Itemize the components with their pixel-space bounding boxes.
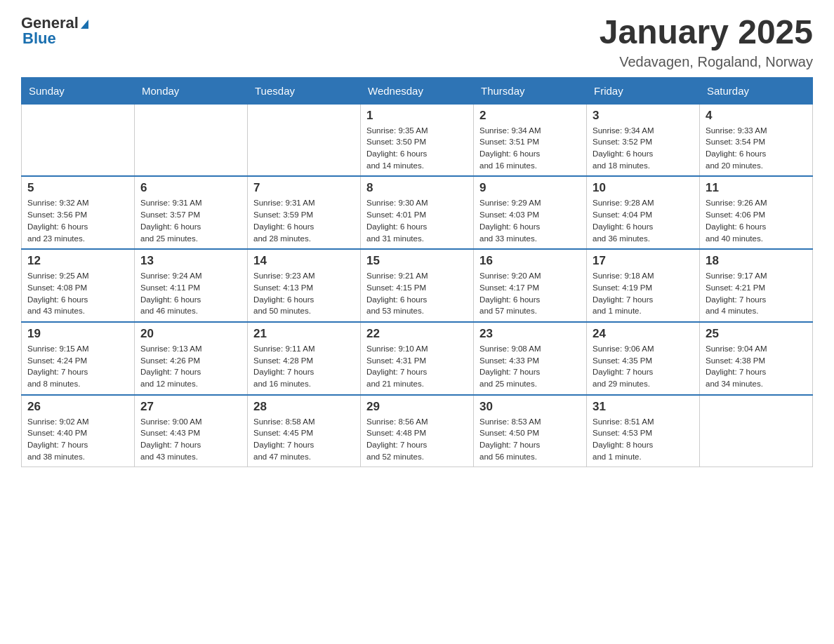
calendar-header-friday: Friday (587, 77, 700, 104)
title-section: January 2025 Vedavagen, Rogaland, Norway (600, 14, 813, 70)
day-number: 8 (366, 181, 468, 195)
calendar-cell: 21Sunrise: 9:11 AMSunset: 4:28 PMDayligh… (248, 322, 361, 395)
calendar-cell: 25Sunrise: 9:04 AMSunset: 4:38 PMDayligh… (700, 322, 813, 395)
calendar-week-row: 12Sunrise: 9:25 AMSunset: 4:08 PMDayligh… (22, 249, 813, 322)
day-info: Sunrise: 9:10 AMSunset: 4:31 PMDaylight:… (366, 343, 468, 390)
calendar-header-wednesday: Wednesday (361, 77, 474, 104)
day-info: Sunrise: 9:32 AMSunset: 3:56 PMDaylight:… (27, 197, 128, 244)
day-info: Sunrise: 8:51 AMSunset: 4:53 PMDaylight:… (593, 416, 694, 463)
day-info: Sunrise: 9:25 AMSunset: 4:08 PMDaylight:… (27, 270, 128, 317)
day-number: 27 (140, 400, 241, 414)
calendar-cell (22, 104, 135, 176)
day-info: Sunrise: 9:29 AMSunset: 4:03 PMDaylight:… (479, 197, 581, 244)
calendar-cell: 9Sunrise: 9:29 AMSunset: 4:03 PMDaylight… (474, 176, 587, 249)
calendar-header-sunday: Sunday (22, 77, 135, 104)
day-info: Sunrise: 9:15 AMSunset: 4:24 PMDaylight:… (27, 343, 128, 390)
calendar-cell: 19Sunrise: 9:15 AMSunset: 4:24 PMDayligh… (22, 322, 135, 395)
day-info: Sunrise: 9:31 AMSunset: 3:59 PMDaylight:… (253, 197, 355, 244)
day-number: 2 (479, 109, 581, 123)
day-info: Sunrise: 9:06 AMSunset: 4:35 PMDaylight:… (593, 343, 694, 390)
calendar-cell: 24Sunrise: 9:06 AMSunset: 4:35 PMDayligh… (587, 322, 700, 395)
day-number: 7 (253, 181, 355, 195)
day-number: 20 (140, 327, 241, 341)
calendar-cell: 4Sunrise: 9:33 AMSunset: 3:54 PMDaylight… (700, 104, 813, 176)
day-info: Sunrise: 8:58 AMSunset: 4:45 PMDaylight:… (253, 416, 355, 463)
calendar-cell: 17Sunrise: 9:18 AMSunset: 4:19 PMDayligh… (587, 249, 700, 322)
day-number: 21 (253, 327, 355, 341)
calendar-cell: 3Sunrise: 9:34 AMSunset: 3:52 PMDaylight… (587, 104, 700, 176)
calendar-cell: 27Sunrise: 9:00 AMSunset: 4:43 PMDayligh… (135, 395, 248, 467)
calendar-cell: 20Sunrise: 9:13 AMSunset: 4:26 PMDayligh… (135, 322, 248, 395)
calendar-week-row: 26Sunrise: 9:02 AMSunset: 4:40 PMDayligh… (22, 395, 813, 467)
calendar-cell: 26Sunrise: 9:02 AMSunset: 4:40 PMDayligh… (22, 395, 135, 467)
day-number: 30 (479, 400, 581, 414)
calendar-cell: 30Sunrise: 8:53 AMSunset: 4:50 PMDayligh… (474, 395, 587, 467)
day-number: 28 (253, 400, 355, 414)
day-number: 23 (479, 327, 581, 341)
day-number: 31 (593, 400, 694, 414)
day-info: Sunrise: 9:04 AMSunset: 4:38 PMDaylight:… (706, 343, 807, 390)
calendar-cell: 31Sunrise: 8:51 AMSunset: 4:53 PMDayligh… (587, 395, 700, 467)
calendar-cell: 7Sunrise: 9:31 AMSunset: 3:59 PMDaylight… (248, 176, 361, 249)
calendar-cell: 5Sunrise: 9:32 AMSunset: 3:56 PMDaylight… (22, 176, 135, 249)
day-number: 14 (253, 254, 355, 268)
day-number: 13 (140, 254, 241, 268)
day-number: 11 (706, 181, 807, 195)
day-number: 5 (27, 181, 128, 195)
day-info: Sunrise: 9:20 AMSunset: 4:17 PMDaylight:… (479, 270, 581, 317)
day-number: 6 (140, 181, 241, 195)
calendar-cell: 15Sunrise: 9:21 AMSunset: 4:15 PMDayligh… (361, 249, 474, 322)
day-info: Sunrise: 8:53 AMSunset: 4:50 PMDaylight:… (479, 416, 581, 463)
calendar-header-saturday: Saturday (700, 77, 813, 104)
day-info: Sunrise: 9:17 AMSunset: 4:21 PMDaylight:… (706, 270, 807, 317)
location-subtitle: Vedavagen, Rogaland, Norway (600, 54, 813, 70)
calendar-header-row: SundayMondayTuesdayWednesdayThursdayFrid… (22, 77, 813, 104)
day-info: Sunrise: 9:18 AMSunset: 4:19 PMDaylight:… (593, 270, 694, 317)
calendar-header-monday: Monday (135, 77, 248, 104)
calendar-cell: 18Sunrise: 9:17 AMSunset: 4:21 PMDayligh… (700, 249, 813, 322)
day-info: Sunrise: 9:13 AMSunset: 4:26 PMDaylight:… (140, 343, 241, 390)
day-number: 25 (706, 327, 807, 341)
day-number: 10 (593, 181, 694, 195)
day-info: Sunrise: 9:33 AMSunset: 3:54 PMDaylight:… (706, 125, 807, 172)
day-info: Sunrise: 9:34 AMSunset: 3:52 PMDaylight:… (593, 125, 694, 172)
calendar-cell: 12Sunrise: 9:25 AMSunset: 4:08 PMDayligh… (22, 249, 135, 322)
day-number: 12 (27, 254, 128, 268)
day-number: 22 (366, 327, 468, 341)
calendar-week-row: 5Sunrise: 9:32 AMSunset: 3:56 PMDaylight… (22, 176, 813, 249)
day-info: Sunrise: 9:28 AMSunset: 4:04 PMDaylight:… (593, 197, 694, 244)
calendar-cell (135, 104, 248, 176)
day-info: Sunrise: 9:24 AMSunset: 4:11 PMDaylight:… (140, 270, 241, 317)
month-title: January 2025 (600, 14, 813, 51)
day-info: Sunrise: 9:00 AMSunset: 4:43 PMDaylight:… (140, 416, 241, 463)
day-number: 4 (706, 109, 807, 123)
day-info: Sunrise: 9:35 AMSunset: 3:50 PMDaylight:… (366, 125, 468, 172)
day-number: 26 (27, 400, 128, 414)
day-number: 3 (593, 109, 694, 123)
calendar-cell: 11Sunrise: 9:26 AMSunset: 4:06 PMDayligh… (700, 176, 813, 249)
day-number: 9 (479, 181, 581, 195)
day-info: Sunrise: 9:31 AMSunset: 3:57 PMDaylight:… (140, 197, 241, 244)
calendar-cell (248, 104, 361, 176)
day-number: 19 (27, 327, 128, 341)
day-info: Sunrise: 9:08 AMSunset: 4:33 PMDaylight:… (479, 343, 581, 390)
day-info: Sunrise: 9:21 AMSunset: 4:15 PMDaylight:… (366, 270, 468, 317)
day-number: 24 (593, 327, 694, 341)
calendar-cell: 8Sunrise: 9:30 AMSunset: 4:01 PMDaylight… (361, 176, 474, 249)
logo-text-blue: Blue (22, 29, 56, 48)
calendar-cell: 14Sunrise: 9:23 AMSunset: 4:13 PMDayligh… (248, 249, 361, 322)
calendar-cell: 23Sunrise: 9:08 AMSunset: 4:33 PMDayligh… (474, 322, 587, 395)
day-info: Sunrise: 9:30 AMSunset: 4:01 PMDaylight:… (366, 197, 468, 244)
day-number: 1 (366, 109, 468, 123)
day-info: Sunrise: 8:56 AMSunset: 4:48 PMDaylight:… (366, 416, 468, 463)
calendar-cell: 16Sunrise: 9:20 AMSunset: 4:17 PMDayligh… (474, 249, 587, 322)
calendar-week-row: 1Sunrise: 9:35 AMSunset: 3:50 PMDaylight… (22, 104, 813, 176)
day-info: Sunrise: 9:34 AMSunset: 3:51 PMDaylight:… (479, 125, 581, 172)
day-info: Sunrise: 9:26 AMSunset: 4:06 PMDaylight:… (706, 197, 807, 244)
day-info: Sunrise: 9:11 AMSunset: 4:28 PMDaylight:… (253, 343, 355, 390)
calendar-cell: 22Sunrise: 9:10 AMSunset: 4:31 PMDayligh… (361, 322, 474, 395)
day-number: 18 (706, 254, 807, 268)
calendar-cell: 13Sunrise: 9:24 AMSunset: 4:11 PMDayligh… (135, 249, 248, 322)
calendar-cell: 29Sunrise: 8:56 AMSunset: 4:48 PMDayligh… (361, 395, 474, 467)
calendar-cell: 10Sunrise: 9:28 AMSunset: 4:04 PMDayligh… (587, 176, 700, 249)
